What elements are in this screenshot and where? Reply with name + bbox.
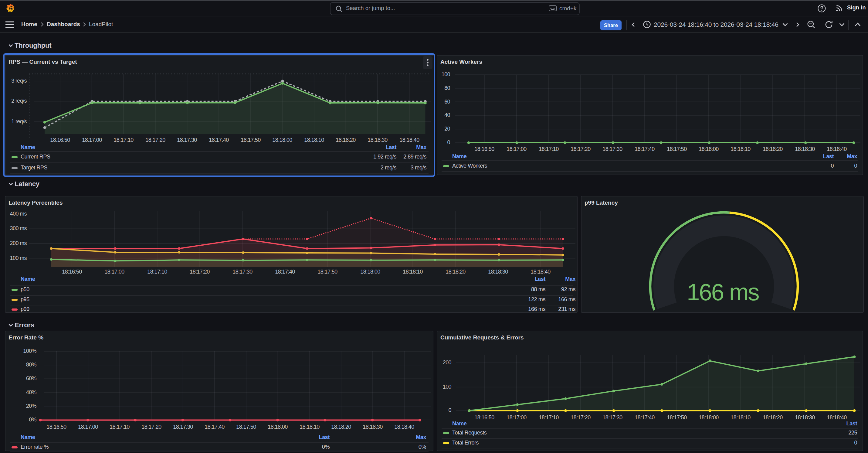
svg-text:166 ms: 166 ms: [687, 279, 759, 305]
